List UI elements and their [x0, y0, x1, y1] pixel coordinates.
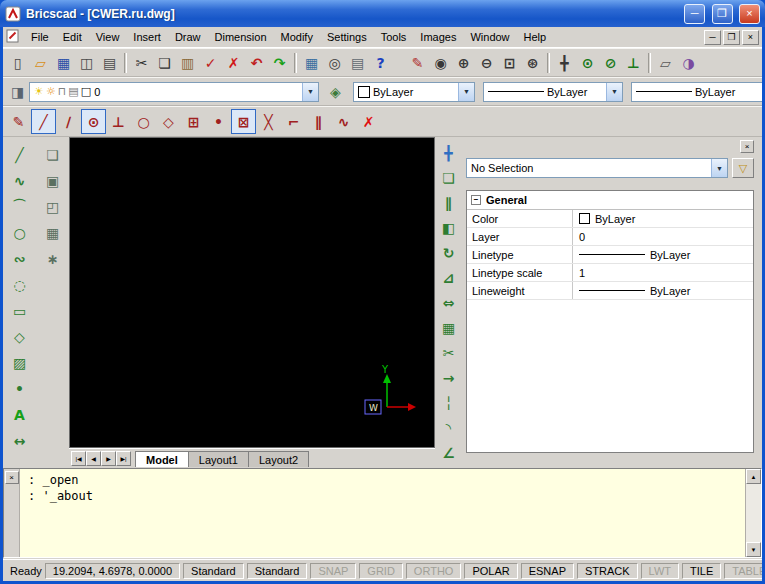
ellipse-icon[interactable]: ◌: [8, 273, 32, 297]
strack-toggle[interactable]: STRACK: [577, 563, 638, 579]
menu-insert[interactable]: Insert: [126, 28, 168, 46]
copy-entities-icon[interactable]: ❏: [437, 166, 461, 190]
render-icon[interactable]: ◑: [677, 51, 700, 74]
mdi-restore-button[interactable]: ❐: [723, 30, 740, 45]
help-icon[interactable]: ?: [369, 51, 392, 74]
polar-toggle[interactable]: POLAR: [464, 563, 517, 579]
status-text-style[interactable]: Standard: [183, 563, 244, 579]
tablet-toggle[interactable]: TABLET: [724, 563, 762, 579]
status-dim-style[interactable]: Standard: [247, 563, 308, 579]
attach-image-icon[interactable]: ▦: [41, 221, 65, 245]
print-preview-icon[interactable]: ◫: [75, 51, 98, 74]
linetype-combo[interactable]: ByLayer ▼: [483, 82, 623, 102]
property-value[interactable]: ByLayer: [573, 210, 753, 227]
mirror-icon[interactable]: ◧: [437, 216, 461, 240]
esnap-apparent-intersection-icon[interactable]: ╳: [256, 109, 281, 134]
tab-prev-button[interactable]: ◀: [86, 451, 101, 466]
mdi-minimize-button[interactable]: ─: [704, 30, 721, 45]
rotate-icon[interactable]: ↻: [437, 241, 461, 265]
esnap-nearest-icon[interactable]: ∿: [331, 109, 356, 134]
drawing-canvas[interactable]: Y W: [69, 137, 435, 448]
box-3d-icon[interactable]: ▱: [654, 51, 677, 74]
command-scrollbar[interactable]: ▲ ▼: [745, 469, 761, 557]
drawing-explorer-icon[interactable]: ▦: [300, 51, 323, 74]
esnap-parallel-icon[interactable]: ∥: [306, 109, 331, 134]
menu-images[interactable]: Images: [413, 28, 463, 46]
open-folder-icon[interactable]: ▱: [29, 51, 52, 74]
property-row[interactable]: Linetype scale 1: [467, 264, 753, 282]
extend-icon[interactable]: →: [437, 366, 461, 390]
rectangle-icon[interactable]: ▭: [8, 299, 32, 323]
hatch-icon[interactable]: ▨: [8, 351, 32, 375]
esnap-center-icon[interactable]: ⊙: [81, 109, 106, 134]
grid-toggle[interactable]: GRID: [359, 563, 403, 579]
tab-first-button[interactable]: |◀: [71, 451, 86, 466]
polyline-icon[interactable]: ∿: [8, 169, 32, 193]
esnap-quadrant-icon[interactable]: ◇: [156, 109, 181, 134]
text-icon[interactable]: A: [8, 403, 32, 427]
property-value[interactable]: ByLayer: [573, 282, 753, 299]
menu-tools[interactable]: Tools: [374, 28, 414, 46]
cut-icon[interactable]: ✂: [130, 51, 153, 74]
layer-explorer-icon[interactable]: ◨: [6, 80, 29, 103]
titlebar[interactable]: Bricscad - [CWER.ru.dwg] ─ ❐ ×: [0, 0, 765, 27]
menu-file[interactable]: File: [24, 28, 56, 46]
scroll-down-icon[interactable]: ▼: [746, 542, 761, 557]
menu-window[interactable]: Window: [463, 28, 516, 46]
fillet-icon[interactable]: ◝: [437, 416, 461, 440]
scale-icon[interactable]: ⊿: [437, 266, 461, 290]
scrollbar-track[interactable]: [746, 484, 761, 542]
save-icon[interactable]: ▦: [52, 51, 75, 74]
menu-draw[interactable]: Draw: [168, 28, 208, 46]
layer-states-icon[interactable]: ◈: [324, 80, 347, 103]
zoom-realtime-icon[interactable]: ◉: [429, 51, 452, 74]
command-history[interactable]: : _open: '_about: [20, 469, 745, 557]
esnap-clear-icon[interactable]: ✗: [356, 109, 381, 134]
property-row[interactable]: Lineweight ByLayer: [467, 282, 753, 300]
tab-last-button[interactable]: ▶|: [116, 451, 131, 466]
break-icon[interactable]: ╎: [437, 391, 461, 415]
trim-icon[interactable]: ✂: [437, 341, 461, 365]
tab-next-button[interactable]: ▶: [101, 451, 116, 466]
new-file-icon[interactable]: ▯: [6, 51, 29, 74]
tab-layout1[interactable]: Layout1: [188, 451, 249, 467]
create-block-icon[interactable]: ▣: [41, 169, 65, 193]
zoom-out-icon[interactable]: ⊖: [475, 51, 498, 74]
command-panel-grip[interactable]: ×: [4, 469, 20, 557]
color-combo[interactable]: ByLayer ▼: [353, 82, 475, 102]
property-value[interactable]: 0: [573, 228, 753, 245]
esnap-toggle[interactable]: ESNAP: [521, 563, 574, 579]
explode-icon[interactable]: ∗: [41, 247, 65, 271]
close-button[interactable]: ×: [739, 4, 760, 24]
esnap-settings-icon[interactable]: ✎: [6, 109, 31, 134]
ortho-toggle[interactable]: ORTHO: [406, 563, 462, 579]
esnap-point-icon[interactable]: •: [206, 109, 231, 134]
spline-icon[interactable]: ∾: [8, 247, 32, 271]
close-command-button[interactable]: ×: [5, 471, 19, 484]
scroll-up-icon[interactable]: ▲: [746, 469, 761, 484]
match-properties-icon[interactable]: ✓: [199, 51, 222, 74]
tab-layout2[interactable]: Layout2: [248, 451, 309, 467]
sketch-icon[interactable]: ✎: [406, 51, 429, 74]
menu-dimension[interactable]: Dimension: [208, 28, 274, 46]
status-coordinates[interactable]: 19.2094, 4.6978, 0.0000: [45, 563, 180, 579]
esnap-tangent-icon[interactable]: ○: [131, 109, 156, 134]
move-icon[interactable]: ╋: [437, 141, 461, 165]
dropdown-arrow-icon[interactable]: ▼: [458, 83, 474, 101]
find-icon[interactable]: ◎: [323, 51, 346, 74]
property-row[interactable]: Linetype ByLayer: [467, 246, 753, 264]
xref-icon[interactable]: ◰: [41, 195, 65, 219]
stretch-icon[interactable]: ⇔: [437, 291, 461, 315]
snap-toggle[interactable]: SNAP: [310, 563, 356, 579]
insert-block-icon[interactable]: ❏: [41, 143, 65, 167]
dropdown-arrow-icon[interactable]: ▼: [302, 83, 318, 101]
esnap-intersection-icon[interactable]: ⊠: [231, 109, 256, 134]
tile-toggle[interactable]: TILE: [682, 563, 721, 579]
copy-icon[interactable]: ❏: [153, 51, 176, 74]
dropdown-arrow-icon[interactable]: ▼: [711, 159, 727, 177]
zoom-window-icon[interactable]: ⊡: [498, 51, 521, 74]
menu-modify[interactable]: Modify: [274, 28, 320, 46]
ucs-icon[interactable]: ⊥: [622, 51, 645, 74]
esnap-insertion-icon[interactable]: ⊞: [181, 109, 206, 134]
properties-section-header[interactable]: − General: [467, 191, 753, 210]
